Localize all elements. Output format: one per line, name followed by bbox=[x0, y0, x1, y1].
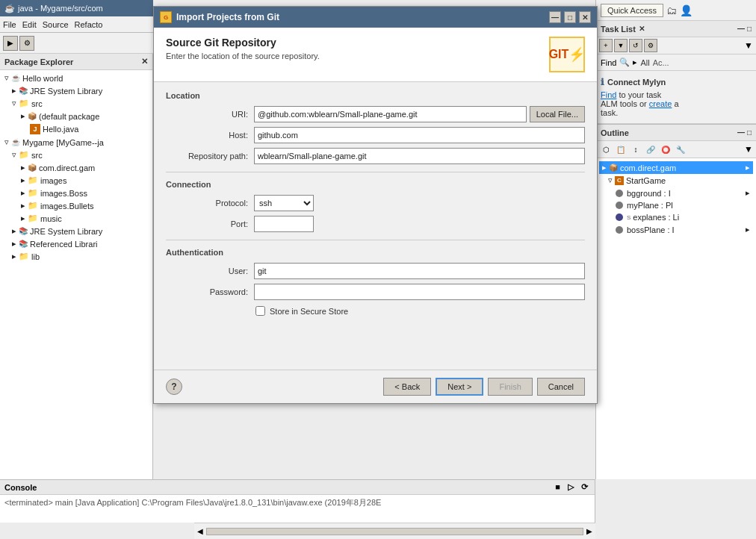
menu-source[interactable]: Source bbox=[43, 20, 69, 29]
tree-expand-icon: ▸ bbox=[21, 214, 25, 223]
tl-icon-4[interactable]: ⚙ bbox=[644, 39, 657, 52]
outline-minimize-icon[interactable]: — bbox=[737, 128, 745, 137]
create-text: a bbox=[674, 99, 678, 108]
port-input[interactable] bbox=[254, 216, 314, 232]
back-button[interactable]: < Back bbox=[383, 378, 431, 396]
tree-expand-icon: ▿ bbox=[4, 73, 9, 83]
toolbar-icon-a[interactable]: 🗂 bbox=[666, 4, 677, 16]
dialog-restore-button[interactable]: □ bbox=[564, 11, 576, 23]
outline-item-startgame[interactable]: ▿ C StartGame bbox=[599, 174, 753, 187]
host-input[interactable] bbox=[254, 127, 585, 143]
eclipse-title-text: java - Mygame/src/com bbox=[18, 4, 103, 13]
ac-label[interactable]: Ac... bbox=[653, 58, 669, 67]
protocol-select[interactable]: ssh http https git bbox=[254, 195, 314, 211]
create-link[interactable]: create bbox=[649, 99, 672, 108]
tree-item-src-2[interactable]: ▿ 📁 src bbox=[1, 149, 151, 161]
scroll-left-btn[interactable]: ◀ bbox=[194, 527, 206, 535]
tl-icon-1[interactable]: + bbox=[599, 39, 613, 52]
cancel-button[interactable]: Cancel bbox=[537, 378, 585, 396]
help-button[interactable]: ? bbox=[166, 378, 182, 395]
password-input[interactable] bbox=[254, 284, 585, 300]
maximize-icon[interactable]: □ bbox=[747, 25, 752, 33]
authentication-section-label: Authentication bbox=[166, 248, 585, 257]
tree-item-src-1[interactable]: ▿ 📁 src bbox=[1, 97, 151, 110]
user-input[interactable] bbox=[254, 263, 585, 279]
toolbar-icon-1[interactable]: ▶ bbox=[3, 36, 18, 51]
folder-icon: 📁 bbox=[28, 175, 38, 185]
tree-item-hello-java[interactable]: J Hello.java bbox=[1, 122, 151, 136]
tree-item-default-pkg[interactable]: ▸ 📦 (default package bbox=[1, 110, 151, 122]
repo-path-input[interactable] bbox=[254, 148, 585, 164]
ol-icon-1[interactable]: ⬡ bbox=[599, 143, 613, 156]
ol-icon-5[interactable]: ⭕ bbox=[659, 143, 672, 156]
tree-item-referenced-lib[interactable]: ▸ 📚 Referenced Librari bbox=[1, 237, 151, 250]
toolbar-icon-b[interactable]: 👤 bbox=[680, 4, 693, 16]
console-toolbar-icon-2[interactable]: ▷ bbox=[566, 482, 576, 492]
ol-icon-2[interactable]: 📋 bbox=[614, 143, 628, 156]
uri-input[interactable] bbox=[254, 106, 527, 122]
connection-section-label: Connection bbox=[166, 180, 585, 189]
right-toolbar: Quick Access 🗂 👤 bbox=[596, 0, 756, 21]
tree-item-music[interactable]: ▸ 📁 music bbox=[1, 212, 151, 225]
scrollbar-track[interactable] bbox=[206, 528, 583, 535]
project-icon: ☕ bbox=[11, 138, 20, 146]
outline-item-bossplane[interactable]: bossPlane : I ▸ bbox=[599, 223, 753, 236]
dialog-minimize-button[interactable]: — bbox=[549, 11, 561, 23]
package-explorer-panel: Package Explorer ✕ ▿ ☕ Hello world ▸ 📚 J… bbox=[0, 54, 153, 479]
dialog-title-text: Import Projects from Git bbox=[176, 12, 279, 22]
finish-button[interactable]: Finish bbox=[488, 378, 532, 396]
next-button[interactable]: Next > bbox=[436, 378, 483, 396]
tl-icon-5[interactable]: ▼ bbox=[744, 40, 753, 51]
tree-item-com-direct[interactable]: ▸ 📦 com.direct.gam bbox=[1, 161, 151, 174]
tree-item-images[interactable]: ▸ 📁 images bbox=[1, 174, 151, 187]
menu-file[interactable]: File bbox=[3, 20, 16, 29]
scroll-right-btn[interactable]: ▶ bbox=[583, 527, 595, 535]
outline-item-label: bgground : I bbox=[627, 189, 671, 198]
bottom-scrollbar[interactable]: ◀ ▶ bbox=[194, 523, 595, 539]
local-file-button[interactable]: Local File... bbox=[530, 106, 585, 122]
expand-icon: ▿ bbox=[608, 175, 613, 185]
folder-icon: 📁 bbox=[28, 188, 38, 198]
console-toolbar-icon-1[interactable]: ■ bbox=[553, 482, 563, 492]
console-toolbar-icon-3[interactable]: ⟳ bbox=[579, 482, 590, 492]
store-secure-checkbox[interactable] bbox=[255, 306, 265, 316]
connect-link[interactable]: Find bbox=[601, 90, 616, 99]
tree-expand-icon: ▸ bbox=[21, 188, 25, 198]
tree-item-hello-world[interactable]: ▿ ☕ Hello world bbox=[1, 72, 151, 84]
tree-item-label: Hello world bbox=[22, 74, 63, 83]
menu-refacto[interactable]: Refacto bbox=[75, 20, 103, 29]
package-explorer-close-icon[interactable]: ✕ bbox=[141, 57, 148, 66]
connect-mylyn-title: ℹ Connect Mylyn bbox=[601, 77, 752, 87]
outline-item-myplane[interactable]: myPlane : Pl bbox=[599, 199, 753, 211]
tree-item-images-bullets[interactable]: ▸ 📁 images.Bullets bbox=[1, 199, 151, 212]
toolbar-icon-2[interactable]: ⚙ bbox=[19, 36, 34, 51]
outline-title: Outline bbox=[601, 128, 629, 137]
tree-item-jre-1[interactable]: ▸ 📚 JRE System Library bbox=[1, 84, 151, 97]
console-text: <terminated> main [Java Application] C:\… bbox=[0, 495, 595, 511]
task-list-close-icon[interactable]: ✕ bbox=[639, 25, 645, 33]
quick-access-button[interactable]: Quick Access bbox=[601, 4, 663, 17]
ol-chevron[interactable]: ▼ bbox=[744, 144, 753, 155]
ol-icon-4[interactable]: 🔗 bbox=[644, 143, 657, 156]
field-icon bbox=[616, 214, 623, 221]
tree-item-images-boss[interactable]: ▸ 📁 images.Boss bbox=[1, 187, 151, 199]
outline-item-bgground[interactable]: bgground : I ▸ bbox=[599, 187, 753, 199]
all-label[interactable]: All bbox=[640, 58, 649, 67]
tl-icon-3[interactable]: ↺ bbox=[629, 39, 642, 52]
tl-icon-2[interactable]: ▼ bbox=[614, 39, 628, 52]
dialog-close-button[interactable]: ✕ bbox=[579, 11, 591, 23]
ol-icon-6[interactable]: 🔧 bbox=[674, 143, 687, 156]
scroll-indicator: ▸ bbox=[746, 188, 750, 198]
ol-icon-3[interactable]: ↕ bbox=[629, 143, 642, 156]
outline-item-explanes[interactable]: S explanes : Li bbox=[599, 211, 753, 223]
library-icon: 📚 bbox=[19, 87, 28, 95]
minimize-icon[interactable]: — bbox=[737, 25, 745, 33]
outline-maximize-icon[interactable]: □ bbox=[747, 128, 752, 137]
task-text: task. bbox=[601, 108, 618, 117]
tree-item-mygame[interactable]: ▿ ☕ Mygame [MyGame--ja bbox=[1, 136, 151, 149]
tree-item-jre-2[interactable]: ▸ 📚 JRE System Library bbox=[1, 225, 151, 237]
outline-item-com-direct[interactable]: ▸ 📦 com.direct.gam ▸ bbox=[599, 161, 753, 174]
menu-edit[interactable]: Edit bbox=[22, 20, 37, 29]
tree-item-lib[interactable]: ▸ 📁 lib bbox=[1, 250, 151, 263]
scroll-indicator: ▸ bbox=[746, 225, 750, 234]
